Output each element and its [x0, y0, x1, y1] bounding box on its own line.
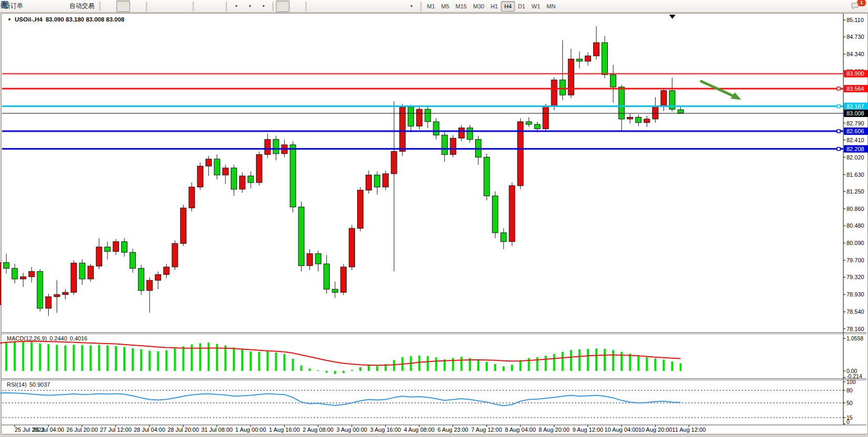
zoom-out-button[interactable]: [163, 1, 177, 12]
candle: [484, 154, 490, 200]
candlestick-chart-button[interactable]: [116, 1, 130, 12]
arrows-button[interactable]: ▾: [404, 1, 418, 12]
date-axis-label: 6 Aug 23:00: [437, 427, 468, 433]
rsi-axis-tick-label: 100: [846, 379, 856, 385]
toolbar-separator: [224, 2, 228, 11]
toolbar-separator: [191, 2, 195, 11]
price-axis-tick-label: 78.160: [846, 326, 864, 332]
templates-button[interactable]: ▾: [256, 1, 270, 12]
periods-button[interactable]: ▾: [243, 1, 256, 12]
line-chart-button[interactable]: [130, 1, 144, 12]
candle: [298, 201, 304, 271]
price-line-handle[interactable]: [837, 130, 840, 133]
toolbar-separator: [271, 2, 275, 11]
date-axis-label: 10 Aug 20:00: [638, 427, 672, 433]
price-line-handle[interactable]: [837, 87, 840, 90]
date-axis-label: 28 Jul 20:00: [167, 427, 199, 433]
price-axis-tick-label: 81.630: [846, 172, 864, 178]
autotrading-button[interactable]: 自动交易: [67, 1, 97, 12]
price-axis-tick-label: 80.090: [846, 240, 864, 246]
toolbar-group: [149, 1, 190, 12]
price-axis-tick-label: 80.860: [846, 206, 864, 212]
chart-ohlc-readout: 83.090 83.180 83.008 83.008: [46, 16, 124, 23]
chevron-down-icon: ▾: [262, 4, 264, 8]
mt4-terminal: { "toolbar": { "new_order": "新订单", "auto…: [0, 0, 868, 437]
trendline-button[interactable]: [336, 1, 350, 12]
date-axis-label: 3 Aug 00:00: [336, 427, 367, 433]
candle: [138, 265, 144, 295]
macd-name: MACD(12,26,9): [7, 335, 47, 342]
timeframe-button-m30[interactable]: M30: [470, 1, 487, 12]
market-watch-button[interactable]: [26, 1, 39, 12]
timeframe-button-m1[interactable]: M1: [424, 1, 438, 12]
date-axis-label: 3 Aug 16:00: [370, 427, 401, 433]
toolbar-separator: [304, 2, 308, 11]
candle: [290, 141, 296, 212]
search-button[interactable]: [836, 1, 850, 12]
toolbar-group: [103, 1, 144, 12]
price-line-handle[interactable]: [837, 147, 840, 151]
date-axis-label: 27 Jul 12:00: [100, 427, 132, 433]
rsi-axis-tick-label: 50: [846, 400, 853, 406]
macd-axis-tick-label: 1.0558: [846, 335, 863, 342]
indicators-button[interactable]: ▾: [229, 1, 243, 12]
date-axis-label: 26 Jul 20:00: [67, 427, 98, 433]
chart-shift-button[interactable]: [210, 1, 223, 12]
chart-title: ▼ USOil-,H4 83.090 83.180 83.008 83.008: [7, 16, 124, 23]
timeframe-button-m15[interactable]: M15: [453, 1, 470, 12]
candle: [71, 260, 77, 295]
crosshair-button[interactable]: [290, 1, 303, 12]
cursor-button[interactable]: [276, 1, 290, 12]
channel-button[interactable]: E: [350, 1, 363, 12]
date-axis-label: 7 Aug 12:00: [471, 427, 502, 433]
chevron-down-icon: ▾: [249, 4, 251, 8]
candle: [518, 118, 523, 189]
timeframe-button-mn[interactable]: MN: [543, 1, 559, 12]
candle: [492, 191, 498, 238]
candle: [349, 225, 355, 270]
price-line-axis-badge-label: 82.606: [846, 128, 864, 134]
chart-canvas[interactable]: 85.11084.73084.34083.95082.79082.41082.0…: [0, 0, 868, 437]
notifications-button[interactable]: 1: [850, 1, 863, 12]
candle: [88, 264, 93, 282]
bar-chart-button[interactable]: [103, 1, 116, 12]
candle: [340, 264, 346, 295]
tile-windows-button[interactable]: [177, 1, 190, 12]
date-axis[interactable]: 25 Jul 202326 Jul 04:0026 Jul 20:0027 Ju…: [15, 425, 706, 433]
timeframe-button-m5[interactable]: M5: [438, 1, 452, 12]
timeframe-button-d1[interactable]: D1: [515, 1, 529, 12]
timeframe-button-h1[interactable]: H1: [487, 1, 501, 12]
toolbar-separator: [419, 2, 423, 11]
date-axis-label: 2 Aug 08:00: [303, 427, 334, 433]
timeframe-group: M1M5M15M30H1H4D1W1MN: [424, 1, 559, 12]
date-axis-label: 1 Aug 00:00: [235, 427, 266, 433]
text-button[interactable]: A: [377, 1, 391, 12]
candle: [383, 170, 389, 190]
price-line-axis-badge-label: 83.564: [846, 86, 864, 92]
date-axis-label: 28 Jul 04:00: [134, 427, 165, 433]
price-axis-tick-label: 80.480: [846, 222, 864, 229]
timeframe-button-h4[interactable]: H4: [501, 1, 515, 12]
macd-signal-value: 0.4016: [70, 335, 88, 342]
zoom-in-button[interactable]: [149, 1, 163, 12]
macd-indicator-label: MACD(12,26,9)0.24400.4016: [7, 335, 88, 342]
candle: [509, 183, 515, 246]
vertical-line-button[interactable]: [309, 1, 323, 12]
data-window-button[interactable]: [39, 1, 53, 12]
candle: [180, 205, 186, 246]
text-label-button[interactable]: T: [391, 1, 404, 12]
rsi-name: RSI(14): [7, 381, 27, 388]
top-toolbar: 新订单自动交易▾▾▾EFAT▾M1M5M15M30H1H4D1W1MN1: [0, 0, 868, 13]
horizontal-line-button[interactable]: [323, 1, 336, 12]
price-line-axis-badge-label: 83.008: [846, 110, 864, 116]
signals-button[interactable]: [53, 1, 67, 12]
timeframe-button-w1[interactable]: W1: [529, 1, 544, 12]
chart-background: [2, 14, 866, 433]
fibonacci-button[interactable]: F: [363, 1, 377, 12]
date-axis-label: 31 Jul 08:00: [201, 427, 233, 433]
candle: [172, 240, 178, 270]
auto-scroll-button[interactable]: [196, 1, 210, 12]
price-line-handle[interactable]: [837, 105, 840, 108]
candle: [197, 163, 203, 190]
chart-menu-arrow-icon[interactable]: ▼: [7, 17, 12, 22]
